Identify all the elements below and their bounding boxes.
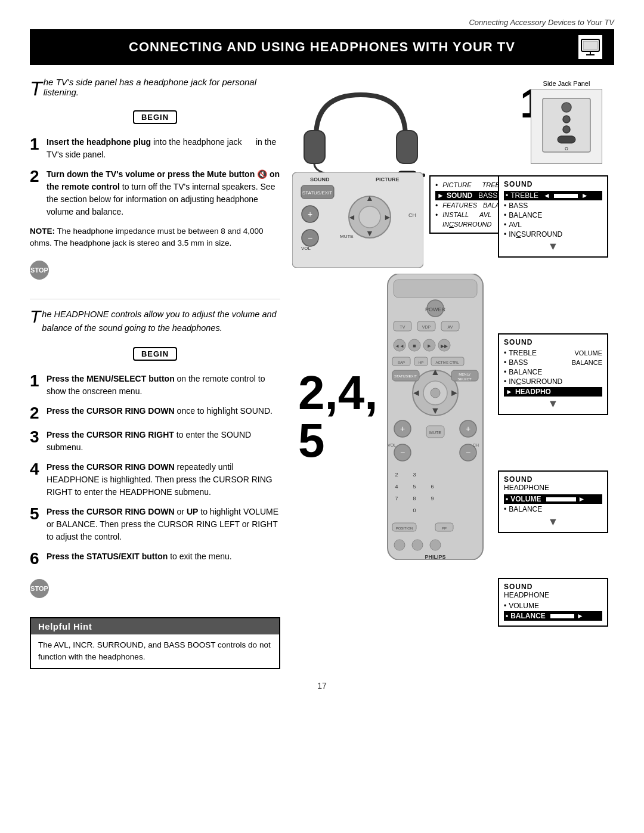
divider	[30, 299, 280, 299]
osd-sound-1: SOUND •TREBLE ◄ ► •BASS •BALANCE •AVL •I…	[498, 175, 608, 258]
step-1-content: Insert the headphone plug into the headp…	[47, 136, 280, 161]
svg-text:POSITION: POSITION	[396, 527, 413, 530]
svg-text:−: −	[400, 448, 405, 457]
svg-rect-33	[394, 280, 477, 298]
svg-text:MUTE: MUTE	[340, 234, 354, 239]
svg-text:−: −	[466, 448, 470, 457]
second-intro-text: he HEADPHONE controls allow you to adjus…	[42, 309, 276, 333]
svg-text:+: +	[308, 209, 312, 219]
svg-text:■: ■	[413, 343, 416, 349]
step-hp-1: 1 Press the MENU/SELECT button on the re…	[30, 373, 280, 398]
second-intro: T he HEADPHONE controls allow you to adj…	[30, 308, 280, 335]
svg-rect-8	[558, 136, 575, 143]
svg-text:POWER: POWER	[425, 306, 446, 312]
stop-badge-2: STOP	[30, 579, 49, 598]
svg-point-7	[563, 126, 570, 133]
svg-text:STATUS/EXIT: STATUS/EXIT	[302, 190, 332, 196]
step-1: 1 Insert the headphone plug into the hea…	[30, 136, 280, 161]
svg-text:TV: TV	[400, 325, 405, 329]
begin-badge-2: BEGIN	[133, 347, 177, 361]
step-num-245: 2,4,5	[298, 369, 377, 465]
page-title: Connecting and Using Headphones with You…	[66, 39, 578, 55]
svg-text:◄: ◄	[411, 388, 421, 398]
step-hp-6: 6 Press the STATUS/EXIT button to exit t…	[30, 550, 280, 567]
osd-sound-2: SOUND •TREBLEVOLUME •BASSBALANCE •BALANC…	[498, 333, 608, 415]
step-number-1: 1	[30, 136, 42, 153]
svg-text:5: 5	[413, 484, 416, 490]
svg-text:8: 8	[413, 496, 416, 501]
svg-point-93	[394, 540, 405, 550]
svg-text:AV: AV	[448, 325, 453, 329]
tv-icon	[578, 35, 602, 59]
remote-control: POWER TV VDP AV ◄◄ ■ ► ▶▶	[376, 274, 495, 560]
svg-text:▲: ▲	[366, 193, 374, 203]
hint-box: Helpful Hint The AVL, INCR. SURROUND, an…	[30, 617, 280, 670]
svg-text:PICTURE: PICTURE	[376, 176, 400, 182]
right-visual: 1 Side Jack Panel Ω	[280, 77, 614, 669]
page-number: 17	[30, 681, 614, 690]
osd-headphone-2: SOUND HEADPHONE •VOLUME •BALANCE ►	[498, 578, 608, 627]
step-hp-4: 4 Press the CURSOR RING DOWN repeatedly …	[30, 461, 280, 498]
svg-text:◄: ◄	[348, 212, 356, 222]
svg-text:▲: ▲	[431, 367, 440, 377]
svg-point-6	[563, 116, 570, 123]
svg-text:CH: CH	[408, 212, 416, 218]
tv-control-panel: SOUND PICTURE STATUS/EXIT ▲ ▼ ◄ ► +	[292, 172, 423, 270]
svg-text:►: ►	[383, 212, 392, 222]
svg-text:Ω: Ω	[565, 146, 568, 151]
svg-text:+: +	[466, 424, 470, 433]
svg-text:MENU/: MENU/	[459, 373, 470, 376]
svg-text:◄◄: ◄◄	[395, 343, 404, 349]
svg-rect-10	[304, 131, 325, 163]
hint-title: Helpful Hint	[31, 618, 279, 634]
svg-point-20	[359, 206, 380, 228]
svg-text:7: 7	[395, 496, 398, 501]
svg-text:▶▶: ▶▶	[441, 343, 448, 349]
svg-text:6: 6	[431, 484, 434, 490]
svg-text:3: 3	[413, 472, 416, 478]
svg-text:►: ►	[427, 343, 432, 349]
svg-text:SOUND: SOUND	[310, 176, 330, 182]
step-2-content: Turn down the TV's volume or press the M…	[47, 168, 280, 218]
svg-text:►: ►	[450, 388, 459, 398]
svg-text:ACTIVE CTRL: ACTIVE CTRL	[435, 361, 459, 364]
svg-text:MUTE: MUTE	[429, 431, 441, 435]
svg-point-95	[430, 540, 441, 550]
svg-text:4: 4	[395, 484, 398, 490]
note-block: NOTE: The headphone impedance must be be…	[30, 225, 280, 250]
svg-text:STATUS/EXIT: STATUS/EXIT	[394, 374, 417, 378]
side-panel-label: Side Jack Panel	[531, 80, 602, 87]
svg-text:HP: HP	[419, 361, 423, 364]
svg-point-94	[412, 540, 423, 550]
svg-rect-3	[583, 41, 597, 49]
side-jack-panel: Side Jack Panel Ω	[531, 80, 602, 164]
stop-icon: STOP	[30, 261, 49, 280]
osd-headphone-1: SOUND HEADPHONE •VOLUME ► •BALANCE ▼	[498, 470, 608, 533]
svg-text:VOL: VOL	[301, 246, 311, 251]
svg-text:+: +	[400, 424, 405, 433]
step-hp-5: 5 Press the CURSOR RING DOWN or UP to hi…	[30, 506, 280, 543]
svg-point-58	[431, 388, 440, 398]
stop-icon-2: STOP	[30, 579, 49, 598]
svg-text:▼: ▼	[431, 405, 440, 416]
svg-rect-11	[397, 131, 417, 163]
svg-text:PHILIPS: PHILIPS	[425, 554, 445, 560]
svg-text:CH: CH	[473, 443, 479, 447]
step-number-2: 2	[30, 168, 42, 185]
svg-point-5	[562, 103, 571, 112]
intro-text: he TV's side panel has a headphone jack …	[44, 77, 256, 97]
svg-text:SAP: SAP	[398, 361, 405, 364]
hint-content: The AVL, INCR. SURROUND, and BASS BOOST …	[31, 634, 279, 668]
stop-badge: STOP	[30, 261, 49, 280]
begin-badge: BEGIN	[133, 110, 177, 124]
left-column: T he TV's side panel has a headphone jac…	[30, 77, 280, 669]
svg-text:VOL: VOL	[388, 443, 396, 447]
svg-text:−: −	[308, 233, 312, 243]
svg-text:▼: ▼	[366, 228, 374, 238]
headphone-diagram	[292, 77, 429, 184]
step-2: 2 Turn down the TV's volume or press the…	[30, 168, 280, 218]
svg-text:SELECT: SELECT	[457, 377, 472, 381]
svg-text:0: 0	[413, 507, 416, 513]
svg-text:2: 2	[395, 472, 398, 478]
step-hp-2: 2 Press the CURSOR RING DOWN once to hig…	[30, 405, 280, 422]
